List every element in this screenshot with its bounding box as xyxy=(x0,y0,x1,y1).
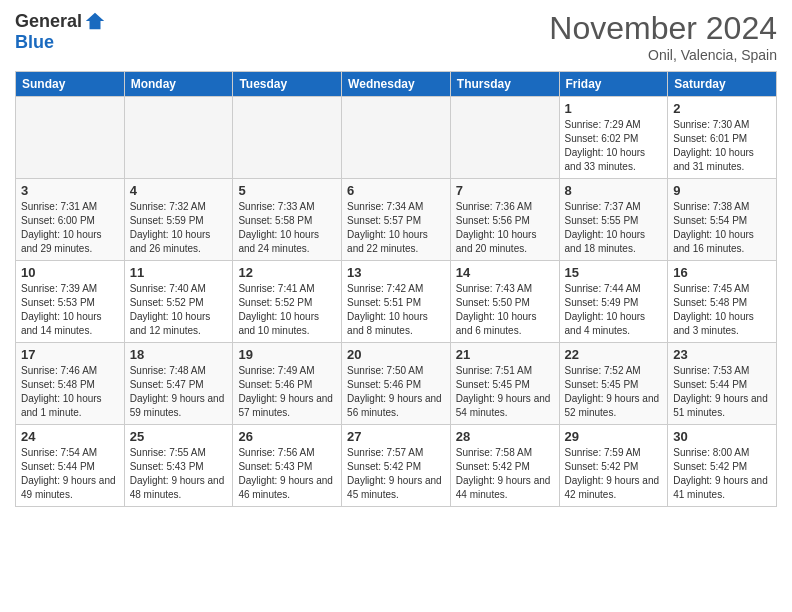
location: Onil, Valencia, Spain xyxy=(549,47,777,63)
day-number: 16 xyxy=(673,265,771,280)
weekday-header: Friday xyxy=(559,72,668,97)
month-title: November 2024 xyxy=(549,10,777,47)
day-info: Sunrise: 7:54 AMSunset: 5:44 PMDaylight:… xyxy=(21,446,119,502)
calendar-cell: 8Sunrise: 7:37 AMSunset: 5:55 PMDaylight… xyxy=(559,179,668,261)
day-info: Sunrise: 7:48 AMSunset: 5:47 PMDaylight:… xyxy=(130,364,228,420)
day-number: 14 xyxy=(456,265,554,280)
day-info: Sunrise: 7:56 AMSunset: 5:43 PMDaylight:… xyxy=(238,446,336,502)
day-info: Sunrise: 7:39 AMSunset: 5:53 PMDaylight:… xyxy=(21,282,119,338)
calendar-cell: 5Sunrise: 7:33 AMSunset: 5:58 PMDaylight… xyxy=(233,179,342,261)
calendar-cell: 29Sunrise: 7:59 AMSunset: 5:42 PMDayligh… xyxy=(559,425,668,507)
calendar-cell: 20Sunrise: 7:50 AMSunset: 5:46 PMDayligh… xyxy=(342,343,451,425)
calendar-week-row: 3Sunrise: 7:31 AMSunset: 6:00 PMDaylight… xyxy=(16,179,777,261)
day-number: 30 xyxy=(673,429,771,444)
day-number: 3 xyxy=(21,183,119,198)
day-number: 12 xyxy=(238,265,336,280)
calendar-cell: 14Sunrise: 7:43 AMSunset: 5:50 PMDayligh… xyxy=(450,261,559,343)
calendar-cell: 30Sunrise: 8:00 AMSunset: 5:42 PMDayligh… xyxy=(668,425,777,507)
calendar-cell: 25Sunrise: 7:55 AMSunset: 5:43 PMDayligh… xyxy=(124,425,233,507)
day-info: Sunrise: 7:32 AMSunset: 5:59 PMDaylight:… xyxy=(130,200,228,256)
calendar-cell: 26Sunrise: 7:56 AMSunset: 5:43 PMDayligh… xyxy=(233,425,342,507)
day-info: Sunrise: 7:53 AMSunset: 5:44 PMDaylight:… xyxy=(673,364,771,420)
day-info: Sunrise: 7:36 AMSunset: 5:56 PMDaylight:… xyxy=(456,200,554,256)
calendar-cell: 12Sunrise: 7:41 AMSunset: 5:52 PMDayligh… xyxy=(233,261,342,343)
calendar-cell: 27Sunrise: 7:57 AMSunset: 5:42 PMDayligh… xyxy=(342,425,451,507)
day-number: 8 xyxy=(565,183,663,198)
calendar-cell xyxy=(233,97,342,179)
weekday-header: Wednesday xyxy=(342,72,451,97)
day-number: 15 xyxy=(565,265,663,280)
day-info: Sunrise: 7:55 AMSunset: 5:43 PMDaylight:… xyxy=(130,446,228,502)
day-number: 10 xyxy=(21,265,119,280)
day-info: Sunrise: 7:49 AMSunset: 5:46 PMDaylight:… xyxy=(238,364,336,420)
calendar-cell: 6Sunrise: 7:34 AMSunset: 5:57 PMDaylight… xyxy=(342,179,451,261)
calendar-cell: 17Sunrise: 7:46 AMSunset: 5:48 PMDayligh… xyxy=(16,343,125,425)
calendar-cell: 2Sunrise: 7:30 AMSunset: 6:01 PMDaylight… xyxy=(668,97,777,179)
day-number: 20 xyxy=(347,347,445,362)
day-number: 22 xyxy=(565,347,663,362)
calendar-cell xyxy=(124,97,233,179)
day-info: Sunrise: 7:46 AMSunset: 5:48 PMDaylight:… xyxy=(21,364,119,420)
day-info: Sunrise: 7:30 AMSunset: 6:01 PMDaylight:… xyxy=(673,118,771,174)
day-info: Sunrise: 7:33 AMSunset: 5:58 PMDaylight:… xyxy=(238,200,336,256)
day-number: 23 xyxy=(673,347,771,362)
day-number: 7 xyxy=(456,183,554,198)
day-number: 11 xyxy=(130,265,228,280)
day-number: 2 xyxy=(673,101,771,116)
calendar-cell xyxy=(342,97,451,179)
day-number: 1 xyxy=(565,101,663,116)
day-number: 4 xyxy=(130,183,228,198)
day-number: 26 xyxy=(238,429,336,444)
calendar-cell xyxy=(450,97,559,179)
logo-blue-text: Blue xyxy=(15,32,54,52)
day-number: 18 xyxy=(130,347,228,362)
day-info: Sunrise: 7:29 AMSunset: 6:02 PMDaylight:… xyxy=(565,118,663,174)
day-info: Sunrise: 7:40 AMSunset: 5:52 PMDaylight:… xyxy=(130,282,228,338)
day-info: Sunrise: 7:58 AMSunset: 5:42 PMDaylight:… xyxy=(456,446,554,502)
calendar-header-row: SundayMondayTuesdayWednesdayThursdayFrid… xyxy=(16,72,777,97)
weekday-header: Saturday xyxy=(668,72,777,97)
calendar-cell: 13Sunrise: 7:42 AMSunset: 5:51 PMDayligh… xyxy=(342,261,451,343)
calendar-cell: 21Sunrise: 7:51 AMSunset: 5:45 PMDayligh… xyxy=(450,343,559,425)
calendar-cell: 18Sunrise: 7:48 AMSunset: 5:47 PMDayligh… xyxy=(124,343,233,425)
day-number: 9 xyxy=(673,183,771,198)
day-info: Sunrise: 7:41 AMSunset: 5:52 PMDaylight:… xyxy=(238,282,336,338)
day-info: Sunrise: 7:44 AMSunset: 5:49 PMDaylight:… xyxy=(565,282,663,338)
calendar-cell: 24Sunrise: 7:54 AMSunset: 5:44 PMDayligh… xyxy=(16,425,125,507)
day-info: Sunrise: 7:42 AMSunset: 5:51 PMDaylight:… xyxy=(347,282,445,338)
logo: General Blue xyxy=(15,10,106,53)
day-info: Sunrise: 7:45 AMSunset: 5:48 PMDaylight:… xyxy=(673,282,771,338)
day-number: 21 xyxy=(456,347,554,362)
calendar-cell: 9Sunrise: 7:38 AMSunset: 5:54 PMDaylight… xyxy=(668,179,777,261)
day-info: Sunrise: 7:59 AMSunset: 5:42 PMDaylight:… xyxy=(565,446,663,502)
calendar-cell: 16Sunrise: 7:45 AMSunset: 5:48 PMDayligh… xyxy=(668,261,777,343)
day-number: 27 xyxy=(347,429,445,444)
calendar-week-row: 10Sunrise: 7:39 AMSunset: 5:53 PMDayligh… xyxy=(16,261,777,343)
day-info: Sunrise: 7:34 AMSunset: 5:57 PMDaylight:… xyxy=(347,200,445,256)
weekday-header: Monday xyxy=(124,72,233,97)
calendar-cell: 3Sunrise: 7:31 AMSunset: 6:00 PMDaylight… xyxy=(16,179,125,261)
day-number: 17 xyxy=(21,347,119,362)
calendar-cell: 19Sunrise: 7:49 AMSunset: 5:46 PMDayligh… xyxy=(233,343,342,425)
day-number: 6 xyxy=(347,183,445,198)
calendar-cell: 4Sunrise: 7:32 AMSunset: 5:59 PMDaylight… xyxy=(124,179,233,261)
day-info: Sunrise: 7:38 AMSunset: 5:54 PMDaylight:… xyxy=(673,200,771,256)
calendar-cell xyxy=(16,97,125,179)
calendar-week-row: 1Sunrise: 7:29 AMSunset: 6:02 PMDaylight… xyxy=(16,97,777,179)
day-number: 13 xyxy=(347,265,445,280)
day-info: Sunrise: 7:37 AMSunset: 5:55 PMDaylight:… xyxy=(565,200,663,256)
weekday-header: Sunday xyxy=(16,72,125,97)
logo-general-text: General xyxy=(15,11,82,32)
calendar-week-row: 17Sunrise: 7:46 AMSunset: 5:48 PMDayligh… xyxy=(16,343,777,425)
day-number: 19 xyxy=(238,347,336,362)
weekday-header: Tuesday xyxy=(233,72,342,97)
day-number: 25 xyxy=(130,429,228,444)
page-container: General Blue November 2024 Onil, Valenci… xyxy=(0,0,792,517)
calendar-cell: 10Sunrise: 7:39 AMSunset: 5:53 PMDayligh… xyxy=(16,261,125,343)
title-block: November 2024 Onil, Valencia, Spain xyxy=(549,10,777,63)
logo-icon xyxy=(84,10,106,32)
day-number: 5 xyxy=(238,183,336,198)
day-info: Sunrise: 7:57 AMSunset: 5:42 PMDaylight:… xyxy=(347,446,445,502)
calendar-week-row: 24Sunrise: 7:54 AMSunset: 5:44 PMDayligh… xyxy=(16,425,777,507)
day-info: Sunrise: 7:43 AMSunset: 5:50 PMDaylight:… xyxy=(456,282,554,338)
